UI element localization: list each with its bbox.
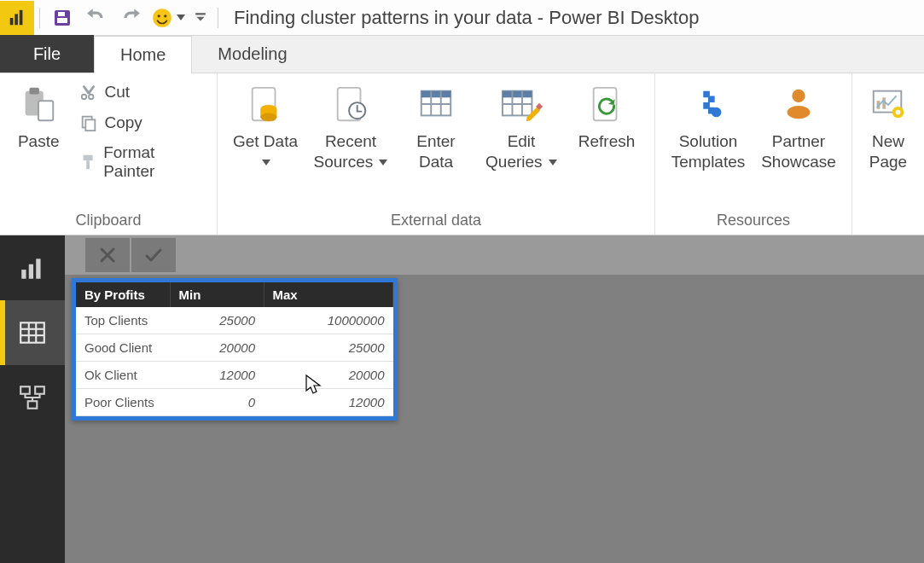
cell-min: 12000 bbox=[170, 362, 264, 389]
svg-point-8 bbox=[164, 15, 166, 17]
chevron-down-icon bbox=[379, 160, 387, 165]
cut-icon bbox=[78, 82, 99, 102]
svg-rect-12 bbox=[38, 101, 53, 120]
qat-customize-button[interactable] bbox=[189, 0, 212, 35]
svg-rect-2 bbox=[20, 9, 23, 24]
column-header[interactable]: Min bbox=[170, 282, 264, 307]
formula-cancel-button[interactable] bbox=[85, 238, 130, 272]
partner-showcase-button[interactable]: Partner Showcase bbox=[756, 78, 841, 172]
table-row[interactable]: Ok Client 12000 20000 bbox=[76, 362, 393, 389]
table-row[interactable]: Poor Clients 0 12000 bbox=[76, 389, 393, 416]
svg-rect-26 bbox=[421, 91, 451, 98]
redo-icon bbox=[119, 7, 142, 29]
cell-max: 10000000 bbox=[264, 307, 393, 334]
relationships-view-icon bbox=[18, 383, 47, 412]
cell-label: Poor Clients bbox=[76, 389, 170, 416]
table-row[interactable]: Top Clients 25000 10000000 bbox=[76, 307, 393, 334]
svg-point-22 bbox=[260, 113, 276, 122]
workspace: By Profits Min Max Top Clients 25000 100… bbox=[0, 235, 924, 563]
svg-rect-17 bbox=[83, 155, 92, 160]
data-table: By Profits Min Max Top Clients 25000 100… bbox=[76, 282, 393, 416]
svg-rect-54 bbox=[35, 386, 44, 394]
cell-max: 12000 bbox=[264, 389, 393, 416]
cut-button[interactable]: Cut bbox=[77, 78, 206, 106]
ribbon-group-clipboard: Paste Cut Copy bbox=[0, 73, 218, 235]
view-switcher bbox=[0, 235, 65, 563]
svg-rect-11 bbox=[30, 88, 40, 95]
cell-label: Good Client bbox=[76, 334, 170, 362]
cell-min: 20000 bbox=[170, 334, 264, 362]
new-page-button[interactable]: New Page bbox=[863, 78, 914, 172]
redo-button[interactable] bbox=[113, 0, 148, 35]
ribbon-group-external-data: Get Data Recent Sources bbox=[218, 73, 655, 235]
cell-min: 25000 bbox=[170, 307, 264, 334]
cell-label: Top Clients bbox=[76, 307, 170, 334]
tab-modeling[interactable]: Modeling bbox=[192, 35, 312, 73]
powerbi-icon bbox=[8, 9, 26, 27]
feedback-button[interactable] bbox=[148, 0, 189, 35]
undo-icon bbox=[85, 7, 108, 29]
svg-point-13 bbox=[82, 95, 87, 100]
enter-data-button[interactable]: Enter Data bbox=[398, 78, 474, 172]
get-data-button[interactable]: Get Data bbox=[228, 78, 303, 172]
column-header[interactable]: Max bbox=[264, 282, 393, 307]
undo-button[interactable] bbox=[79, 0, 113, 35]
svg-rect-48 bbox=[20, 322, 44, 342]
copy-button[interactable]: Copy bbox=[77, 109, 206, 136]
formula-bar bbox=[65, 235, 924, 275]
refresh-button[interactable]: Refresh bbox=[569, 78, 644, 152]
cell-max: 25000 bbox=[264, 334, 393, 362]
window-title: Finding cluster patterns in your data - … bbox=[234, 7, 699, 29]
enter-data-icon bbox=[414, 82, 458, 126]
get-data-icon bbox=[243, 82, 288, 126]
column-header[interactable]: By Profits bbox=[76, 282, 170, 307]
chevron-down-icon bbox=[262, 160, 270, 165]
tab-home[interactable]: Home bbox=[94, 36, 192, 73]
cell-max: 20000 bbox=[264, 362, 393, 389]
svg-rect-4 bbox=[57, 18, 67, 23]
save-button[interactable] bbox=[45, 0, 79, 35]
recent-sources-label: Recent Sources bbox=[314, 132, 377, 171]
svg-point-14 bbox=[89, 95, 94, 100]
paste-label: Paste bbox=[18, 131, 60, 152]
paste-button[interactable]: Paste bbox=[10, 78, 67, 152]
table-row[interactable]: Good Client 20000 25000 bbox=[76, 334, 393, 362]
formula-commit-button[interactable] bbox=[131, 238, 176, 272]
svg-point-7 bbox=[158, 15, 160, 17]
save-icon bbox=[52, 8, 73, 28]
edit-queries-icon bbox=[499, 82, 543, 126]
edit-queries-button[interactable]: Edit Queries bbox=[479, 78, 564, 172]
format-painter-label: Format Painter bbox=[103, 143, 205, 181]
tab-file[interactable]: File bbox=[0, 35, 94, 73]
data-table-selection[interactable]: By Profits Min Max Top Clients 25000 100… bbox=[72, 278, 398, 421]
svg-point-37 bbox=[712, 107, 722, 117]
paste-icon bbox=[16, 82, 61, 126]
relationships-view-button[interactable] bbox=[0, 365, 65, 430]
quick-access-toolbar bbox=[0, 0, 224, 35]
svg-rect-16 bbox=[86, 119, 96, 131]
recent-sources-icon bbox=[328, 82, 373, 126]
partner-showcase-label: Partner Showcase bbox=[756, 131, 841, 172]
smiley-icon bbox=[151, 7, 173, 29]
report-view-button[interactable] bbox=[0, 235, 65, 300]
solution-templates-icon bbox=[686, 82, 730, 126]
svg-rect-1 bbox=[15, 14, 18, 25]
title-bar: Finding cluster patterns in your data - … bbox=[0, 0, 924, 36]
solution-templates-label: Solution Templates bbox=[665, 131, 751, 172]
table-header-row: By Profits Min Max bbox=[76, 282, 393, 307]
svg-rect-18 bbox=[86, 160, 90, 169]
format-painter-button[interactable]: Format Painter bbox=[77, 140, 206, 184]
check-icon bbox=[143, 245, 164, 265]
ribbon-group-title: Clipboard bbox=[10, 206, 206, 233]
svg-point-39 bbox=[787, 106, 811, 119]
recent-sources-button[interactable]: Recent Sources bbox=[308, 78, 393, 172]
cell-label: Ok Client bbox=[76, 362, 170, 389]
data-view-button[interactable] bbox=[0, 300, 65, 365]
new-page-label: New Page bbox=[863, 131, 914, 172]
solution-templates-button[interactable]: Solution Templates bbox=[665, 78, 751, 172]
app-logo bbox=[0, 1, 34, 35]
svg-point-44 bbox=[896, 110, 901, 115]
copy-label: Copy bbox=[104, 113, 142, 132]
svg-rect-46 bbox=[29, 264, 33, 279]
close-icon bbox=[97, 245, 118, 265]
